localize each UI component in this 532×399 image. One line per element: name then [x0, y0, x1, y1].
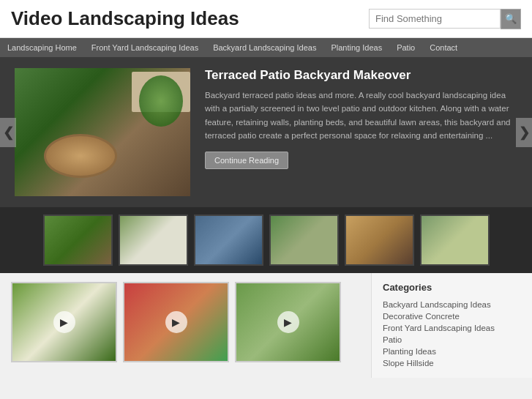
- continue-reading-button[interactable]: Continue Reading: [205, 152, 288, 169]
- category-concrete[interactable]: Decorative Concrete: [383, 310, 521, 322]
- nav-item-contact[interactable]: Contact: [422, 38, 465, 57]
- lower-thumb-3[interactable]: ▶: [235, 282, 341, 362]
- featured-title: Terraced Patio Backyard Makeover: [205, 68, 517, 83]
- category-patio[interactable]: Patio: [383, 334, 521, 346]
- thumb-2[interactable]: [119, 215, 188, 266]
- category-planting[interactable]: Planting Ideas: [383, 346, 521, 357]
- thumb-2-image: [120, 216, 187, 264]
- play-icon-1: ▶: [53, 311, 75, 333]
- lower-thumb-1[interactable]: ▶: [11, 282, 117, 362]
- arrow-right-btn[interactable]: ❯: [516, 118, 532, 147]
- featured-content: Terraced Patio Backyard Makeover Backyar…: [205, 68, 517, 169]
- thumb-5-image: [346, 216, 413, 264]
- featured-section: ❮ Terraced Patio Backyard Makeover Backy…: [0, 57, 532, 207]
- search-area: 🔍: [369, 9, 521, 29]
- thumb-3-image: [195, 216, 262, 264]
- header: Video Landscaping Ideas 🔍: [0, 0, 532, 38]
- thumb-1-image: [45, 216, 111, 264]
- category-slope[interactable]: Slope Hillside: [383, 357, 521, 369]
- sidebar: Categories Backyard Landscaping Ideas De…: [371, 273, 532, 378]
- thumb-1[interactable]: [43, 215, 113, 266]
- thumb-4[interactable]: [269, 215, 339, 266]
- thumb-4-image: [271, 216, 337, 264]
- featured-description: Backyard terraced patio ideas and more. …: [205, 89, 517, 143]
- lower-thumb-2[interactable]: ▶: [123, 282, 229, 362]
- lower-section: ▶ ▶ ▶ Categories Backyard Landscaping Id…: [0, 273, 532, 378]
- search-button[interactable]: 🔍: [501, 9, 521, 29]
- thumb-5[interactable]: [345, 215, 414, 266]
- play-icon-3: ▶: [277, 311, 299, 333]
- nav-item-patio[interactable]: Patio: [389, 38, 422, 57]
- featured-image: [15, 68, 190, 196]
- thumbnails-strip: [0, 207, 532, 273]
- category-backyard[interactable]: Backyard Landscaping Ideas: [383, 299, 521, 310]
- search-input[interactable]: [369, 9, 501, 29]
- nav-item-planting[interactable]: Planting Ideas: [323, 38, 389, 57]
- categories-list: Backyard Landscaping Ideas Decorative Co…: [383, 299, 521, 369]
- category-front-yard[interactable]: Front Yard Landscaping Ideas: [383, 322, 521, 334]
- categories-title: Categories: [383, 282, 521, 293]
- arrow-left-btn[interactable]: ❮: [0, 118, 16, 147]
- nav-item-home[interactable]: Landscaping Home: [0, 38, 84, 57]
- thumb-6[interactable]: [420, 215, 490, 266]
- thumb-6-image: [422, 216, 488, 264]
- thumb-3[interactable]: [194, 215, 263, 266]
- play-icon-2: ▶: [165, 311, 187, 333]
- nav-item-backyard[interactable]: Backyard Landscaping Ideas: [206, 38, 323, 57]
- nav-item-front-yard[interactable]: Front Yard Landscaping Ideas: [84, 38, 206, 57]
- lower-thumbs: ▶ ▶ ▶: [0, 273, 371, 378]
- main-nav: Landscaping Home Front Yard Landscaping …: [0, 38, 532, 57]
- site-title: Video Landscaping Ideas: [11, 7, 239, 30]
